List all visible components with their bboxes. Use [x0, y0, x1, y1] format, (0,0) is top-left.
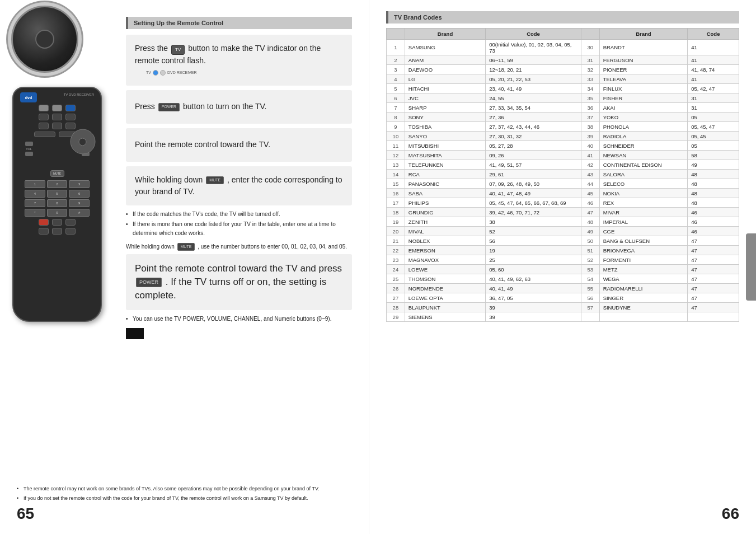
cell-16-1: PHILIPS — [405, 198, 485, 208]
cell-8-5: 05, 45, 47 — [688, 122, 739, 132]
cell-5-2: 24, 55 — [486, 93, 581, 103]
cell-6-5: 31 — [688, 103, 739, 113]
cell-15-4: NOKIA — [599, 189, 688, 198]
cell-14-0: 15 — [387, 179, 405, 189]
cell-9-2: 27, 30, 31, 32 — [486, 132, 581, 141]
table-row: 25THOMSON40, 41, 49, 62, 6354WEGA47 — [387, 274, 739, 284]
cell-17-4: MIVAR — [599, 208, 688, 217]
col-code1: Code — [486, 29, 581, 40]
cell-23-1: LOEWE — [405, 265, 485, 274]
cell-2-2: 12~18, 20, 21 — [486, 65, 581, 74]
mute-btn: MUTE — [50, 170, 64, 177]
table-row: 14RCA29, 6143SALORA48 — [387, 170, 739, 179]
step-6-text: Point the remote control toward the TV a… — [135, 262, 343, 302]
cell-0-2: 00(Initial Value), 01, 02, 03, 04, 05, 7… — [486, 40, 581, 55]
cell-18-2: 38 — [486, 217, 581, 227]
btn-cancel — [39, 219, 49, 226]
cell-19-5: 46 — [688, 227, 739, 236]
table-row: 26NORDMENDE40, 41, 4955RADIOMARELLI47 — [387, 284, 739, 293]
cell-7-4: YOKO — [599, 113, 688, 122]
dvd-receiver-label: DVD RECEIVER — [167, 70, 197, 76]
cell-21-5: 47 — [688, 246, 739, 255]
cell-28-2: 39 — [486, 312, 581, 322]
table-row: 22EMERSON1951BRIONVEGA47 — [387, 246, 739, 255]
table-row: 2ANAM06~11, 5931FERGUSON41 — [387, 55, 739, 65]
cell-6-1: SHARP — [405, 103, 485, 113]
cell-1-5: 41 — [688, 55, 739, 65]
cell-13-3: 43 — [581, 170, 599, 179]
num-hash: # — [69, 209, 90, 217]
cell-24-2: 40, 41, 49, 62, 63 — [486, 274, 581, 284]
cell-15-0: 16 — [387, 189, 405, 198]
cell-21-0: 22 — [387, 246, 405, 255]
mute-button-step4: MUTE — [206, 176, 224, 185]
cell-6-3: 36 — [581, 103, 599, 113]
cell-4-1: HITACHI — [405, 84, 485, 93]
cell-7-0: 8 — [387, 113, 405, 122]
cell-26-0: 27 — [387, 293, 405, 303]
cell-18-0: 19 — [387, 217, 405, 227]
cell-16-5: 48 — [688, 198, 739, 208]
table-row: 16SABA40, 41, 47, 48, 4945NOKIA48 — [387, 189, 739, 198]
cell-8-1: TOSHIBA — [405, 122, 485, 132]
cell-18-5: 46 — [688, 217, 739, 227]
cell-13-5: 48 — [688, 170, 739, 179]
bullet-1: If the code matches the TV's code, the T… — [126, 210, 352, 219]
remote-btn-f2 — [52, 114, 62, 120]
table-row: 19ZENITH3848IMPERIAL46 — [387, 217, 739, 227]
cell-25-1: NORDMENDE — [405, 284, 485, 293]
cell-22-0: 23 — [387, 255, 405, 265]
cell-10-3: 40 — [581, 141, 599, 151]
cell-27-5: 47 — [688, 303, 739, 312]
cell-24-0: 25 — [387, 274, 405, 284]
sidebar-tab — [746, 233, 756, 301]
cell-5-3: 35 — [581, 93, 599, 103]
cell-10-0: 11 — [387, 141, 405, 151]
cell-5-1: JVC — [405, 93, 485, 103]
cell-6-4: AKAI — [599, 103, 688, 113]
cell-14-2: 07, 09, 26, 48, 49, 50 — [486, 179, 581, 189]
cell-11-1: MATSUSHITA — [405, 151, 485, 160]
remote-btn-f1 — [39, 114, 49, 120]
cell-12-4: CONTINENTAL EDISON — [599, 160, 688, 170]
speaker-decoration — [0, 0, 90, 78]
step-6-block: Point the remote control toward the TV a… — [126, 254, 352, 310]
cell-27-4: SINUDYNE — [599, 303, 688, 312]
cell-22-4: FORMENTI — [599, 255, 688, 265]
cell-22-2: 25 — [486, 255, 581, 265]
cell-13-2: 29, 61 — [486, 170, 581, 179]
table-row: 11MITSUBISHI05, 27, 2840SCHNEIDER05 — [387, 141, 739, 151]
cell-13-4: SALORA — [599, 170, 688, 179]
remote-top-labels: TV DVD RECEIVER — [64, 92, 94, 97]
bullet-2: If there is more than one code listed fo… — [126, 220, 352, 238]
cell-5-5: 31 — [688, 93, 739, 103]
cell-27-0: 28 — [387, 303, 405, 312]
cell-14-1: PANASONIC — [405, 179, 485, 189]
cell-23-4: METZ — [599, 265, 688, 274]
cell-1-1: ANAM — [405, 55, 485, 65]
cell-20-0: 21 — [387, 236, 405, 246]
num-5: 5 — [47, 190, 68, 198]
cell-9-5: 05, 45 — [688, 132, 739, 141]
col-brand1: Brand — [405, 29, 485, 40]
step-2-block: Press POWER button to turn on the TV. — [126, 90, 352, 124]
table-row: 27LOEWE OPTA36, 47, 0556SINGER47 — [387, 293, 739, 303]
cell-13-1: RCA — [405, 170, 485, 179]
cell-22-3: 52 — [581, 255, 599, 265]
num-1: 1 — [25, 180, 45, 188]
cell-2-1: DAEWOO — [405, 65, 485, 74]
cell-22-1: MAGNAVOX — [405, 255, 485, 265]
power-button-step6: POWER — [136, 278, 162, 287]
cell-20-4: BANG & OLUFSEN — [599, 236, 688, 246]
cell-23-2: 05, 60 — [486, 265, 581, 274]
table-row: 3DAEWOO12~18, 20, 2132PIONEER41, 48, 74 — [387, 65, 739, 74]
cell-9-0: 10 — [387, 132, 405, 141]
cell-9-4: RADIOLA — [599, 132, 688, 141]
cell-0-1: SAMSUNG — [405, 40, 485, 55]
cell-11-5: 58 — [688, 151, 739, 160]
cell-1-2: 06~11, 59 — [486, 55, 581, 65]
num-star: * — [25, 209, 45, 217]
step-5-note: While holding down MUTE , use the number… — [126, 242, 352, 251]
black-box-decoration — [126, 328, 144, 339]
remote-image: dvd TV DVD RECEIVER — [12, 87, 102, 322]
